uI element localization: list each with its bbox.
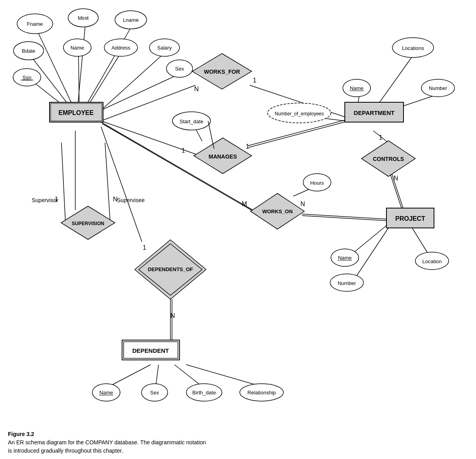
rel-controls-label: CONTROLS [373,156,404,162]
attr-location-proj: Location [422,258,442,264]
er-diagram: N 1 1 1 M N 1 N 1 N 1 N Supervisor Super… [0,0,476,428]
attr-name-dep: Name [99,390,113,396]
cardinality-n-controls: N [394,175,398,182]
svg-line-21 [249,122,346,147]
svg-line-30 [355,228,388,279]
rel-manages-label: MANAGES [208,153,237,160]
er-diagram-svg: N 1 1 1 M N 1 N 1 N 1 N Supervisor Super… [0,0,476,428]
entity-project-label: PROJECT [395,215,425,222]
attr-start-date: Start_date [180,119,203,124]
svg-line-69 [208,121,214,149]
svg-line-32 [61,143,65,222]
rel-supervision-label: SUPERVISION [72,221,104,226]
svg-line-37 [156,365,159,386]
attr-name-dept: Name [350,85,364,91]
cardinality-1-manages-emp: 1 [182,147,185,154]
cardinality-n-dependentsof: N [170,312,175,319]
attr-bdate: Bdate [22,48,35,54]
svg-line-8 [101,75,178,110]
attr-number-dept: Number [429,85,447,91]
cardinality-m-workson: M [242,201,247,207]
rel-dependentsof-label: DEPENDENTS_OF [148,266,193,272]
attr-address: Address [111,45,130,51]
svg-line-33 [105,143,110,222]
rel-workson-label: WORKS_ON [262,208,293,214]
attr-number-proj: Number [338,280,356,286]
attr-ssn: Ssn [23,75,31,80]
svg-line-4 [78,53,79,110]
attr-name-emp: Name [71,45,84,51]
cardinality-1-manages-dept: 1 [246,143,249,150]
cardinality-1-worksfor: 1 [253,77,256,84]
entity-dependent-label: DEPENDENT [132,347,169,354]
svg-line-20 [247,120,345,146]
attr-locations: Locations [402,45,424,51]
attr-relationship: Relationship [247,390,276,396]
entity-department-label: DEPARTMENT [354,109,394,116]
cardinality-1-controls: 1 [379,134,382,141]
attr-number-of-employees: Number_of_employees [275,111,324,117]
attr-sex-emp: Sex [175,66,184,72]
figure-caption: Figure 3.2 An ER schema diagram for the … [8,430,206,455]
rel-worksfor-label: WORKS_FOR [204,69,240,75]
svg-line-36 [109,365,151,386]
caption-line2: is introduced gradually throughout this … [8,447,206,455]
svg-line-5 [85,53,121,110]
caption-line1: An ER schema diagram for the COMPANY dat… [8,438,206,447]
label-supervisor: Supervisor [32,197,58,203]
attr-sex-dep: Sex [150,390,159,396]
label-supervisee: Supervisee [117,197,145,203]
attr-hours: Hours [310,180,324,186]
figure-label: Figure 3.2 [8,430,206,438]
cardinality-n-workson: N [300,201,305,207]
entity-employee-label: EMPLOYEE [59,109,94,116]
cardinality-n-worksfor: N [194,86,199,92]
attr-birth-date: Birth_date [192,390,216,396]
attr-fname: Fname [27,21,43,27]
attr-salary: Salary [157,45,172,51]
attr-lname: Lname [123,17,139,23]
attr-name-proj: Name [338,255,352,261]
attr-minit: Minit [78,15,89,21]
svg-line-29 [350,224,388,256]
cardinality-1-dependentsof: 1 [143,244,146,251]
